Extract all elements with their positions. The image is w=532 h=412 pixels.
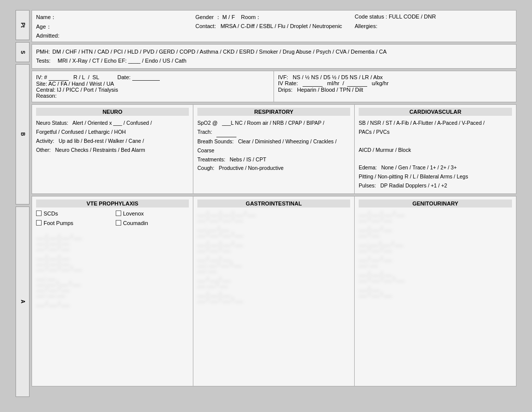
ivf-rate-value2[interactable] <box>347 80 367 87</box>
cardio-pitting: Pitting / Non-pitting R / L / Bilateral … <box>359 172 512 181</box>
admitted-field: Admitted: <box>36 33 193 39</box>
pmh-items: DM / CHF / HTN / CAD / PCI / HLD / PVD /… <box>53 49 387 55</box>
scds-label: SCDs <box>44 211 58 217</box>
contact-label: Contact: <box>195 23 216 29</box>
s-label: S <box>16 42 30 62</box>
resp-cough-label: Cough: <box>197 165 214 171</box>
iv-label: IV: # <box>36 74 47 80</box>
neuro-panel: NEURO Neuro Status: Alert / Oriented x _… <box>32 105 193 193</box>
a-label: A <box>16 207 30 397</box>
iv-central: Central: IJ / PICC / Port / Trialysis <box>36 87 270 93</box>
resp-spo2: SpO2 @ ___L NC / Room air / NRB / CPAP /… <box>197 119 350 128</box>
iv-line1: IV: # R / L / SL Date: <box>36 74 270 81</box>
vte-panel: VTE PROPHYLAXIS SCDs Lovenox Foot Pumps <box>32 196 193 386</box>
code-status-value: : FULL CODE / DNR <box>386 14 436 20</box>
resp-trach: Trach: <box>197 128 350 137</box>
neuro-other-val: Neuro Checks / Restraints / Bed Alarm <box>55 147 145 153</box>
resp-cough: Cough: Productive / Non-productive <box>197 164 350 173</box>
ivf-options: NS / ½ NS / D5 ½ / D5 NS / LR / Abx <box>293 74 383 80</box>
lovenox-checkbox[interactable] <box>116 211 121 216</box>
iv-sl: SL <box>93 74 99 80</box>
age-field: Age： <box>36 23 193 31</box>
allergies-label: Allergies: <box>355 23 377 29</box>
ivf-rate-unit2: u/kg/hr <box>372 80 389 86</box>
code-status-field: Code status : FULL CODE / DNR <box>355 14 512 21</box>
ivf-line1: IVF: NS / ½ NS / D5 ½ / D5 NS / LR / Abx <box>278 74 512 80</box>
resp-treatments-label: Treatments: <box>197 156 225 162</box>
iv-date-value[interactable] <box>132 74 160 81</box>
foot-pumps-label: Foot Pumps <box>44 220 73 226</box>
gender-value: M / F <box>222 14 235 20</box>
ivf-drips-items: Heparin / Blood / TPN / Dilt <box>297 87 363 93</box>
gender-label: Gender ： <box>195 14 221 20</box>
cardiovascular-title: CARDIOVASCULAR <box>359 108 512 116</box>
header-section: Name： Gender ： M / F Room： Code status :… <box>32 10 516 42</box>
cardio-rhythm1: SB / NSR / ST / A-Fib / A-Flutter / A-Pa… <box>359 119 512 128</box>
name-label: Name： <box>36 14 56 20</box>
resp-spo2-label: SpO2 @ <box>197 120 217 126</box>
cardio-aicd: AICD / Murmur / Block <box>359 146 512 155</box>
resp-treatments-val: Nebs / IS / CPT <box>229 156 266 162</box>
ivf-rate-unit: ml/hr <box>327 80 339 86</box>
lower-section: VTE PROPHYLAXIS SCDs Lovenox Foot Pumps <box>32 196 516 386</box>
ivf-rate-value[interactable] <box>303 80 323 87</box>
cardio-pulses-val: DP Radial Dopplers / +1 / +2 <box>380 182 447 188</box>
pmh-section: PMH: DM / CHF / HTN / CAD / PCI / HLD / … <box>32 44 516 69</box>
iv-number[interactable] <box>49 74 69 81</box>
age-label: Age： <box>36 24 52 30</box>
resp-breath-label: Breath Sounds: <box>197 138 233 144</box>
foot-pumps-checkbox-item[interactable]: Foot Pumps <box>36 220 110 226</box>
iv-reason: Reason: <box>36 93 270 99</box>
scds-checkbox-item[interactable]: SCDs <box>36 211 110 217</box>
resp-cough-val: Productive / Non-productive <box>219 165 284 171</box>
neuro-activity-val: Up ad lib / Bed-rest / Walker / Cane / <box>59 138 144 144</box>
resp-trach-value[interactable] <box>216 128 236 137</box>
iv-section: IV: # R / L / SL Date: Site: AC / FA / H… <box>32 71 274 102</box>
lovenox-checkbox-item[interactable]: Lovenox <box>116 211 189 217</box>
gi-panel: GASTROINTESTINAL ___ / ___ / ___ / ___ /… <box>193 196 355 386</box>
resp-trach-label: Trach: <box>197 129 212 135</box>
neuro-activity-label: Activity: <box>36 138 54 144</box>
cardio-edema-val: None / Gen / Trace / 1+ / 2+ / 3+ <box>381 164 457 170</box>
iv-date-label: Date: <box>117 74 130 80</box>
contact-value: MRSA / C-Diff / ESBL / Flu / Droplet / N… <box>220 23 342 29</box>
ivf-drips: Drips: Heparin / Blood / TPN / Dilt <box>278 87 512 93</box>
pmh-label: PMH: <box>36 49 50 55</box>
ivf-section: IVF: NS / ½ NS / D5 ½ / D5 NS / LR / Abx… <box>274 71 516 102</box>
name-field: Name： <box>36 14 193 21</box>
pt-label: Pt <box>16 10 30 40</box>
gu-title: GENITOURINARY <box>359 199 512 208</box>
ivf-label: IVF: <box>278 74 288 80</box>
iv-site: Site: AC / FA / Hand / Wrist / UA <box>36 81 270 87</box>
neuro-status-line1: Neuro Status: Alert / Oriented x ___ / C… <box>36 119 189 128</box>
resp-spo2-val: ___L NC / Room air / NRB / CPAP / BIPAP … <box>222 120 324 126</box>
cardio-rhythm2: PACs / PVCs <box>359 128 512 137</box>
iv-rl: R / L <box>73 74 85 80</box>
b-label: B <box>16 64 30 204</box>
resp-breath: Breath Sounds: Clear / Diminished / Whee… <box>197 137 350 155</box>
tests-label: Tests: <box>36 58 51 64</box>
gender-field: Gender ： M / F Room： <box>195 14 353 21</box>
cardiovascular-panel: CARDIOVASCULAR SB / NSR / ST / A-Fib / A… <box>355 105 516 193</box>
contact-field: Contact: MRSA / C-Diff / ESBL / Flu / Dr… <box>195 23 353 31</box>
body-section: NEURO Neuro Status: Alert / Oriented x _… <box>32 104 516 194</box>
neuro-status-label: Neuro Status: <box>36 120 68 126</box>
coumadin-checkbox-item[interactable]: Coumadin <box>116 220 189 226</box>
ivf-drips-label: Drips: <box>278 87 293 93</box>
neuro-other-label: Other: <box>36 147 51 153</box>
neuro-status-val: Alert / Oriented x ___ / Confused / <box>72 120 152 126</box>
ivf-rate-label: IV Rate: <box>278 80 298 86</box>
foot-pumps-checkbox[interactable] <box>36 220 42 226</box>
scds-checkbox[interactable] <box>36 211 42 216</box>
respiratory-panel: RESPIRATORY SpO2 @ ___L NC / Room air / … <box>193 105 355 193</box>
cardio-pulses-label: Pulses: <box>359 182 376 188</box>
gi-title: GASTROINTESTINAL <box>197 199 350 208</box>
vte-title: VTE PROPHYLAXIS <box>36 199 189 208</box>
respiratory-title: RESPIRATORY <box>197 108 350 116</box>
neuro-other: Other: Neuro Checks / Restraints / Bed A… <box>36 146 189 155</box>
resp-treatments: Treatments: Nebs / IS / CPT <box>197 155 350 164</box>
lovenox-label: Lovenox <box>123 211 144 217</box>
coumadin-checkbox[interactable] <box>116 220 121 226</box>
cardio-edema: Edema: None / Gen / Trace / 1+ / 2+ / 3+ <box>359 163 512 172</box>
coumadin-label: Coumadin <box>123 220 148 226</box>
